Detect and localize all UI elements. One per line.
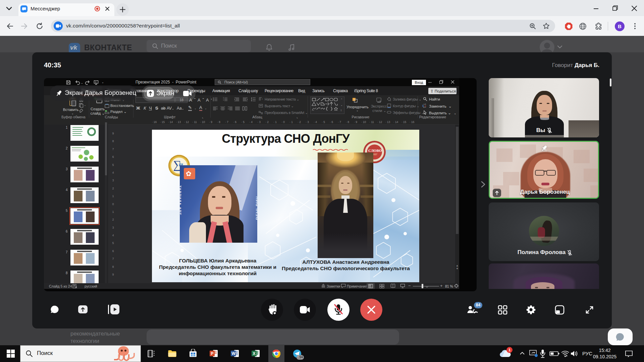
svg-text:X: X	[253, 351, 256, 356]
svg-text:P: P	[211, 351, 214, 356]
svg-text:W: W	[232, 351, 236, 356]
